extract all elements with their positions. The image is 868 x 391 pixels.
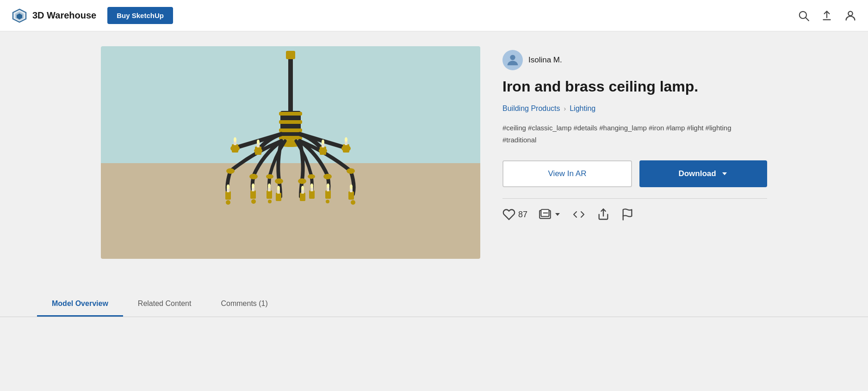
breadcrumb-parent-link[interactable]: Building Products [502, 104, 560, 113]
action-buttons: View In AR Download [502, 160, 767, 187]
author-name[interactable]: Isolina M. [528, 55, 562, 65]
download-label: Download [678, 169, 716, 178]
svg-point-18 [249, 174, 258, 179]
svg-rect-60 [320, 147, 326, 155]
svg-point-67 [326, 200, 329, 203]
svg-rect-39 [300, 193, 305, 201]
svg-point-66 [289, 141, 292, 145]
svg-point-35 [268, 183, 271, 188]
svg-rect-8 [288, 59, 293, 115]
model-title: Iron and brass ceiling lamp. [502, 78, 767, 95]
svg-point-17 [226, 168, 235, 174]
svg-point-65 [268, 200, 272, 203]
user-button[interactable] [844, 9, 857, 22]
collection-button[interactable] [539, 208, 561, 221]
svg-rect-45 [325, 190, 331, 199]
svg-rect-51 [232, 144, 238, 153]
svg-rect-12 [279, 128, 302, 132]
upload-button[interactable] [821, 10, 833, 22]
header-right-actions [798, 9, 857, 22]
svg-rect-48 [348, 191, 354, 200]
tabs-row: Model Overview Related Content Comments … [0, 292, 868, 317]
svg-point-53 [234, 137, 236, 142]
svg-point-47 [327, 183, 329, 188]
breadcrumb: Building Products › Lighting [502, 104, 767, 113]
collection-icon [539, 208, 552, 221]
breadcrumb-chevron-icon: › [564, 105, 566, 112]
embed-button[interactable] [572, 208, 586, 221]
logo-link[interactable]: 3D Warehouse [11, 7, 96, 24]
action-icons-row: 87 [502, 208, 767, 221]
svg-rect-7 [286, 51, 295, 59]
svg-point-63 [226, 200, 230, 205]
right-panel: Isolina M. Iron and brass ceiling lamp. … [502, 46, 767, 259]
svg-line-5 [806, 18, 809, 21]
like-count: 87 [518, 210, 527, 220]
model-tags: #ceiling #classic_lamp #details #hanging… [502, 122, 767, 146]
svg-point-19 [275, 178, 283, 184]
svg-point-62 [322, 140, 324, 144]
svg-point-41 [301, 186, 304, 190]
svg-point-26 [308, 174, 315, 179]
svg-rect-11 [279, 120, 302, 124]
logo-icon [11, 7, 28, 24]
svg-rect-13 [279, 136, 302, 140]
svg-point-38 [277, 186, 280, 190]
search-button[interactable] [798, 10, 810, 22]
svg-rect-30 [250, 190, 256, 199]
share-button[interactable] [597, 208, 610, 221]
embed-icon [572, 208, 586, 221]
svg-rect-54 [255, 147, 261, 155]
svg-point-23 [323, 174, 332, 179]
svg-point-22 [347, 168, 355, 174]
model-image [101, 46, 480, 259]
upload-icon [821, 10, 833, 22]
svg-rect-42 [309, 190, 315, 199]
flag-button[interactable] [621, 208, 634, 221]
svg-rect-33 [267, 190, 272, 199]
header: 3D Warehouse Buy SketchUp [0, 0, 868, 31]
tab-comments[interactable]: Comments (1) [206, 292, 282, 317]
svg-rect-27 [225, 191, 231, 200]
search-icon [798, 10, 810, 22]
svg-point-64 [251, 199, 256, 204]
svg-point-24 [298, 178, 306, 184]
logo-text: 3D Warehouse [32, 10, 96, 21]
chandelier-illustration [156, 51, 425, 254]
svg-point-32 [252, 183, 254, 188]
svg-point-44 [310, 183, 313, 188]
avatar-icon [505, 52, 521, 68]
svg-point-56 [257, 140, 260, 144]
collection-chevron-icon [554, 211, 561, 218]
svg-point-29 [227, 184, 229, 189]
user-icon [844, 9, 857, 22]
svg-point-6 [848, 11, 852, 15]
download-chevron-icon [721, 170, 728, 177]
author-row: Isolina M. [502, 50, 767, 70]
breadcrumb-child-link[interactable]: Lighting [570, 104, 595, 113]
svg-point-68 [351, 200, 355, 205]
svg-point-59 [345, 137, 347, 142]
download-button[interactable]: Download [639, 160, 767, 187]
flag-icon [621, 208, 634, 221]
svg-point-50 [350, 184, 353, 189]
like-button[interactable]: 87 [502, 208, 527, 221]
view-in-ar-button[interactable]: View In AR [502, 160, 632, 187]
main-content: Isolina M. Iron and brass ceiling lamp. … [64, 31, 804, 274]
svg-point-25 [266, 174, 273, 179]
tab-model-overview[interactable]: Model Overview [37, 292, 123, 317]
share-icon [597, 208, 610, 221]
svg-rect-10 [279, 112, 302, 116]
svg-rect-36 [276, 193, 281, 201]
action-divider [502, 198, 767, 199]
heart-icon [502, 208, 515, 221]
svg-rect-57 [343, 144, 349, 153]
buy-sketchup-button[interactable]: Buy SketchUp [107, 7, 173, 24]
tab-related-content[interactable]: Related Content [123, 292, 206, 317]
author-avatar [502, 50, 523, 70]
svg-point-69 [510, 55, 515, 60]
